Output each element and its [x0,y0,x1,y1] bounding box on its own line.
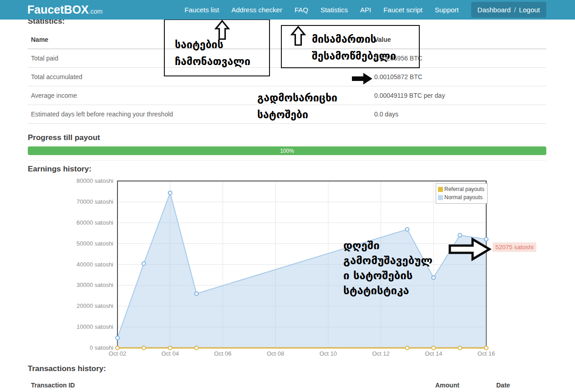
legend-label-normal: Normal payouts [444,194,483,201]
nav-link-dashboard[interactable]: Dashboard [478,6,511,14]
up-arrow-icon [214,20,230,40]
column-header-date: Date [496,382,510,389]
svg-text:Oct 14: Oct 14 [425,350,442,357]
brand-logo[interactable]: FaucetBOX.com [27,3,102,16]
svg-text:30000 satoshi: 30000 satoshi [76,281,113,288]
stat-value: 0.0 days [374,111,398,118]
nav-link-statistics[interactable]: Statistics [321,6,348,14]
up-arrow-icon [290,26,306,46]
legend-swatch-normal [438,195,443,200]
big-right-arrow-icon [448,236,492,262]
legend-item-normal: Normal payouts [438,193,484,201]
svg-text:Oct 10: Oct 10 [320,350,337,357]
legend-swatch-referral [438,187,443,192]
legend-label-referral: Referral payouts [444,186,484,192]
dashboard-page: FaucetBOX.com Faucets list Address check… [0,0,575,392]
progress-bar-fill: 100% [28,146,546,155]
progress-bar: 100% [28,146,546,155]
right-arrow-icon [351,72,372,85]
legend-item-referral: Referral payouts [438,185,484,193]
svg-text:60000 satoshi: 60000 satoshi [76,219,113,226]
divider [28,160,546,161]
annotation-text-daily-earned-stats: დღეში გამომუშავებულ ი სატოშების სტატისტი… [343,238,433,298]
earnings-chart-canvas: 0 satoshi10000 satoshi20000 satoshi30000… [73,176,496,368]
svg-text:20000 satoshi: 20000 satoshi [76,302,113,309]
earnings-chart: 0 satoshi10000 satoshi20000 satoshi30000… [73,176,496,368]
brand-text: FaucetBOX [27,3,89,16]
svg-text:50000 satoshi: 50000 satoshi [76,240,113,247]
nav-links: Faucets list Address checker FAQ Statist… [184,2,569,18]
navbar: FaucetBOX.com Faucets list Address check… [0,0,575,20]
progress-heading: Progress till payout [28,133,100,142]
stat-value: 0.00105872 BTC [374,73,422,80]
brand-suffix: .com [89,8,102,15]
svg-text:80000 satoshi: 80000 satoshi [76,177,113,184]
transactions-table-header: Transaction ID Amount Date [28,378,546,392]
annotation-text-satoshis-to-withdraw: გადმოსარიცხი სატოშები [257,90,337,123]
annotation-text-address-checker: მისამართის შესამოწმებელი [312,31,396,65]
nav-link-faucets-list[interactable]: Faucets list [184,6,219,14]
column-header-amount: Amount [435,382,496,389]
dashboard-logout-pill: Dashboard / Logout [471,2,546,18]
nav-link-support[interactable]: Support [435,6,459,14]
stat-value: 0.00049119 BTC per day [374,92,445,99]
svg-text:Oct 06: Oct 06 [214,350,231,357]
svg-text:70000 satoshi: 70000 satoshi [76,198,113,205]
nav-link-address-checker[interactable]: Address checker [231,6,282,14]
svg-text:Oct 08: Oct 08 [267,350,284,357]
svg-text:40000 satoshi: 40000 satoshi [76,261,113,268]
svg-text:10000 satoshi: 10000 satoshi [76,323,113,330]
nav-link-api[interactable]: API [360,6,371,14]
earnings-heading: Earnings history: [28,165,92,174]
chart-value-callout: 52075 satoshi [493,242,536,252]
progress-percent-label: 100% [280,148,294,154]
nav-link-faq[interactable]: FAQ [295,6,308,14]
svg-text:Oct 16: Oct 16 [478,350,495,357]
chart-legend: Referral payouts Normal payouts [436,183,488,204]
pill-separator: / [514,6,516,14]
column-header-transaction-id: Transaction ID [28,382,435,389]
svg-text:Oct 12: Oct 12 [372,350,389,357]
table-row-total-accumulated: Total accumulated 0.00105872 BTC [28,68,546,86]
svg-text:Oct 04: Oct 04 [162,350,179,357]
nav-link-logout[interactable]: Logout [519,6,540,14]
svg-text:Oct 02: Oct 02 [109,350,126,357]
nav-link-faucet-script[interactable]: Faucet script [383,6,422,14]
annotation-text-sites-list: საიტების ჩამონათვალი [175,36,250,70]
